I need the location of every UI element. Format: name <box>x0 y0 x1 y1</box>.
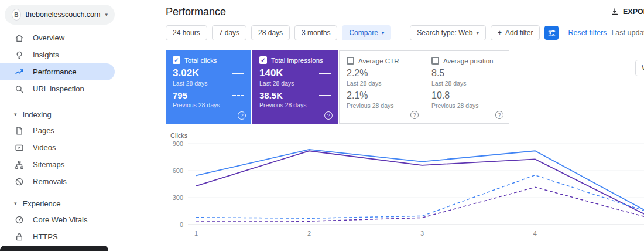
export-button[interactable]: EXPORT <box>610 7 644 16</box>
lock-icon <box>14 232 25 242</box>
chevron-down-icon: ▾ <box>382 30 385 36</box>
property-avatar: B <box>12 9 21 21</box>
metric-card-average-ctr[interactable]: Average CTR 2.2% Last 28 days 2.1% Previ… <box>339 50 424 124</box>
range-24-hours-button[interactable]: 24 hours <box>166 25 207 40</box>
card-previous-caption: Previous 28 days <box>259 101 331 108</box>
filter-visualization-button[interactable] <box>544 26 559 40</box>
x-axis-tick-label: 3 <box>420 230 424 237</box>
sidebar-item-label: Insights <box>33 50 59 59</box>
left-axis-tick-label: 600 <box>173 167 183 174</box>
card-current-caption: Last 28 days <box>259 80 331 87</box>
chevron-down-icon: ▾ <box>14 111 17 117</box>
left-axis-ticks: 0300600900 <box>166 140 188 228</box>
metric-card-total-impressions[interactable]: ✓ Total impressions 140K Last 28 days 38… <box>252 50 338 124</box>
search-icon <box>14 84 25 94</box>
dashed-line-sample <box>232 95 244 96</box>
x-axis-ticks: 12345 <box>188 228 644 238</box>
range-28-days-button[interactable]: 28 days <box>251 25 290 40</box>
card-previous-caption: Previous 28 days <box>347 102 417 109</box>
property-selector[interactable]: B thebonelesscouch.com ▾ <box>5 5 115 25</box>
sidebar-section-experience: ▾ Experience Core Web Vitals HTTPS <box>0 196 152 245</box>
x-axis-tick-label: 1 <box>194 230 198 237</box>
checkbox-unchecked-icon[interactable] <box>347 57 354 65</box>
sidebar-item-label: Videos <box>33 143 56 152</box>
checkbox-unchecked-icon[interactable] <box>431 57 439 65</box>
download-icon <box>610 7 619 16</box>
card-current-value: 3.02K <box>173 68 199 78</box>
tune-sliders-icon <box>547 29 556 38</box>
metric-cards: ✓ Total clicks 3.02K Last 28 days 795 Pr… <box>166 50 644 124</box>
help-icon[interactable]: ? <box>324 111 333 120</box>
partial-dark-element <box>0 246 108 251</box>
sidebar-item-performance[interactable]: Performance <box>0 63 115 80</box>
card-label: Average position <box>443 57 493 65</box>
sidebar-item-label: HTTPS <box>33 232 58 241</box>
sidebar-item-https[interactable]: HTTPS <box>0 228 152 245</box>
sidebar-item-videos[interactable]: Videos <box>0 139 152 156</box>
card-current-value: 2.2% <box>347 69 368 78</box>
sidebar-item-insights[interactable]: Insights <box>0 46 152 63</box>
page-title: Performance <box>166 0 644 22</box>
sidebar-item-pages[interactable]: Pages <box>0 122 152 139</box>
section-header-experience[interactable]: ▾ Experience <box>0 196 152 211</box>
x-axis-tick-label: 2 <box>307 230 311 237</box>
compare-button[interactable]: Compare ▾ <box>342 25 391 40</box>
section-header-indexing[interactable]: ▾ Indexing <box>0 107 152 122</box>
chart-series-line <box>196 175 644 219</box>
card-previous-value: 38.5K <box>259 91 283 100</box>
sidebar-item-url-inspection[interactable]: URL inspection <box>0 80 152 97</box>
video-icon <box>14 143 25 153</box>
chart-series-line <box>196 151 644 216</box>
reset-filters-link[interactable]: Reset filters <box>568 29 607 37</box>
sidebar-item-core-web-vitals[interactable]: Core Web Vitals <box>0 211 152 228</box>
sidebar-item-label: Sitemaps <box>33 160 64 169</box>
dashed-line-sample <box>319 95 331 96</box>
range-3-months-button[interactable]: 3 months <box>294 25 337 40</box>
help-icon[interactable]: ? <box>410 111 419 119</box>
chart-plot-area <box>188 140 644 228</box>
metric-card-average-position[interactable]: Average position 8.5 Last 28 days 10.8 P… <box>424 50 509 124</box>
help-icon[interactable]: ? <box>495 111 503 119</box>
granularity-dropdown[interactable]: Weekly ▾ <box>635 60 644 76</box>
search-type-dropdown[interactable]: Search type: Web ▾ <box>410 25 486 40</box>
chevron-down-icon: ▾ <box>105 12 108 18</box>
gauge-icon <box>14 215 25 225</box>
performance-chart: Clicks Impressions 0300600900 015K30K45K… <box>166 132 644 238</box>
sidebar-item-label: Pages <box>33 126 54 135</box>
sidebar-nav: Overview Insights Performance URL inspec… <box>0 29 152 245</box>
card-previous-value: 10.8 <box>431 91 450 100</box>
card-previous-value: 795 <box>173 91 187 100</box>
property-domain: thebonelesscouch.com <box>26 11 101 19</box>
pages-icon <box>14 126 25 136</box>
help-icon[interactable]: ? <box>238 111 246 120</box>
add-filter-button[interactable]: + Add filter <box>491 25 540 40</box>
checkbox-checked-icon[interactable]: ✓ <box>173 56 180 64</box>
chart-series-line <box>196 150 644 212</box>
card-label: Total impressions <box>271 57 323 64</box>
left-axis-tick-label: 300 <box>173 194 183 201</box>
range-7-days-button[interactable]: 7 days <box>212 25 246 40</box>
sitemap-tree-icon <box>14 160 25 170</box>
trending-up-icon <box>14 67 25 77</box>
app: B thebonelesscouch.com ▾ Overview Insigh… <box>0 0 644 251</box>
left-axis-title: Clicks <box>170 132 187 139</box>
x-axis-tick-label: 4 <box>533 230 537 237</box>
metric-card-total-clicks[interactable]: ✓ Total clicks 3.02K Last 28 days 795 Pr… <box>166 50 251 124</box>
sidebar: B thebonelesscouch.com ▾ Overview Insigh… <box>0 0 152 251</box>
sidebar-item-overview[interactable]: Overview <box>0 29 152 46</box>
chevron-down-icon: ▾ <box>14 201 17 206</box>
card-current-value: 8.5 <box>431 69 444 78</box>
left-axis-tick-label: 0 <box>180 221 183 228</box>
checkbox-checked-icon[interactable]: ✓ <box>259 56 267 64</box>
card-current-value: 140K <box>259 68 283 78</box>
filter-bar: 24 hours 7 days 28 days 3 months Compare… <box>166 25 644 41</box>
sidebar-item-label: Core Web Vitals <box>33 215 87 224</box>
main-content: Performance 24 hours 7 days 28 days 3 mo… <box>152 0 644 251</box>
sidebar-item-removals[interactable]: Removals <box>0 173 152 190</box>
card-current-caption: Last 28 days <box>431 80 502 87</box>
card-previous-value: 2.1% <box>347 91 368 100</box>
section-label: Indexing <box>23 110 52 119</box>
sidebar-item-sitemaps[interactable]: Sitemaps <box>0 156 152 173</box>
solid-line-sample <box>319 73 331 74</box>
card-label: Average CTR <box>358 57 399 65</box>
